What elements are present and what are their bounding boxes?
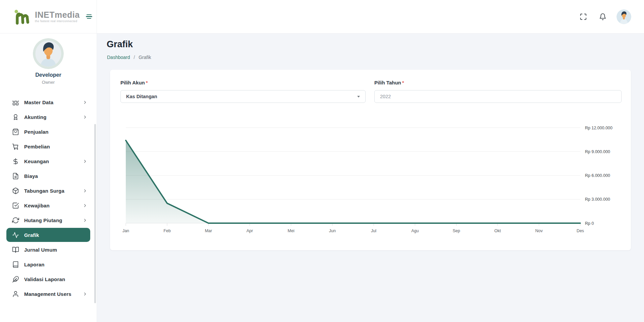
bell-icon <box>599 13 606 20</box>
sidebar-item-pembelian[interactable]: Pembelian <box>6 139 90 153</box>
sidebar-item-validasi-laporan[interactable]: Validasi Laporan <box>6 272 90 286</box>
sidebar-item-label: Penjualan <box>24 129 88 135</box>
chart-area <box>126 140 580 223</box>
brand-tagline: the fastest real interconnected <box>35 20 80 23</box>
chart-x-tick-label: Nov <box>535 229 543 233</box>
chart-x-tick-label: Jan <box>122 229 129 233</box>
main-content: Grafik Dashboard / Grafik Pilih Akun* Ka… <box>97 34 644 322</box>
refresh-icon <box>12 217 19 224</box>
sidebar-item-label: Tabungan Surga <box>24 188 83 194</box>
brand-name: INETmedia <box>35 11 80 19</box>
sidebar-toggle-menu-icon[interactable] <box>86 14 92 19</box>
activity-icon <box>12 232 19 239</box>
chevron-right-icon <box>83 188 88 193</box>
chart-y-tick-label: Rp 0 <box>585 221 594 226</box>
chart-x-tick-label: Jul <box>371 229 376 233</box>
sidebar-item-label: Jurnal Umum <box>24 247 88 253</box>
sidebar-item-label: Laporan <box>24 262 88 267</box>
year-field-label: Pilih Tahun* <box>374 80 622 85</box>
sidebar-item-management-users[interactable]: Management Users <box>6 287 90 301</box>
topbar <box>97 0 644 34</box>
chart-x-tick-label: Okt <box>494 229 501 233</box>
sidebar-item-hutang-piutang[interactable]: Hutang Piutang <box>6 213 90 227</box>
sidebar-item-label: Management Users <box>24 291 83 297</box>
app-root: INETmedia the fastest real interconnecte… <box>0 0 644 322</box>
package-icon <box>12 187 19 194</box>
sidebar-menu: Master DataAkuntingPenjualanPembelianKeu… <box>0 101 97 322</box>
sidebar-profile: Developer Owner <box>0 34 97 101</box>
sidebar: INETmedia the fastest real interconnecte… <box>0 0 97 322</box>
breadcrumb-dashboard-link[interactable]: Dashboard <box>107 55 130 60</box>
user-icon <box>12 291 19 298</box>
chart-x-tick-label: Jun <box>329 229 336 233</box>
sidebar-item-laporan[interactable]: Laporan <box>6 257 90 271</box>
account-select[interactable]: Kas Ditangan <box>120 90 366 103</box>
sidebar-item-label: Master Data <box>24 101 83 105</box>
sidebar-header: INETmedia the fastest real interconnecte… <box>0 0 97 34</box>
area-chart: Rp 0Rp 3.000.000Rp 6.000.000Rp 9.000.000… <box>110 117 631 245</box>
chart-line <box>126 140 580 223</box>
chevron-right-icon <box>83 115 88 120</box>
fullscreen-button[interactable] <box>578 11 589 22</box>
chevron-right-icon <box>83 159 88 164</box>
chevron-right-icon <box>83 101 88 105</box>
chart-x-tick-label: Agu <box>411 229 419 233</box>
profile-name: Developer <box>0 72 97 78</box>
sidebar-item-label: Hutang Piutang <box>24 217 83 223</box>
profile-role: Owner <box>0 80 97 85</box>
book-open-icon <box>12 246 19 253</box>
sidebar-item-biaya[interactable]: Biaya <box>6 169 90 183</box>
feather-icon <box>12 276 19 283</box>
chart-x-tick-label: Apr <box>247 229 253 233</box>
chart-y-tick-label: Rp 6.000.000 <box>585 173 610 178</box>
chart-x-tick-label: Mei <box>288 229 294 233</box>
breadcrumb-current: Grafik <box>139 55 151 60</box>
shopping-cart-icon <box>12 143 19 150</box>
year-input[interactable] <box>374 90 622 103</box>
dollar-icon <box>12 158 19 165</box>
account-label-text: Pilih Akun <box>120 80 145 85</box>
sidebar-item-label: Validasi Laporan <box>24 276 88 282</box>
file-text-icon <box>12 173 19 180</box>
sidebar-item-label: Grafik <box>24 232 88 238</box>
sidebar-scrollbar[interactable] <box>94 124 96 303</box>
breadcrumb: Dashboard / Grafik <box>107 55 151 60</box>
account-select-value: Kas Ditangan <box>126 94 157 99</box>
sidebar-item-penjualan[interactable]: Penjualan <box>6 125 90 139</box>
shopping-bag-icon <box>12 128 19 135</box>
notifications-button[interactable] <box>597 11 608 22</box>
required-asterisk: * <box>146 80 148 85</box>
sidebar-item-label: Biaya <box>24 173 88 179</box>
chevron-right-icon <box>83 218 88 223</box>
chart-card: Pilih Akun* Kas Ditangan Pilih Tahun* Rp… <box>110 70 631 250</box>
chevron-right-icon <box>83 292 88 297</box>
sidebar-item-kewajiban[interactable]: Kewajiban <box>6 198 90 212</box>
chevron-down-icon <box>357 96 360 98</box>
chart-x-tick-label: Des <box>577 229 584 233</box>
check-square-icon <box>12 202 19 209</box>
brand-logo-icon <box>13 9 32 25</box>
breadcrumb-separator: / <box>133 55 135 60</box>
brand-logo-text: INETmedia the fastest real interconnecte… <box>35 11 80 23</box>
sidebar-item-tabungan-surga[interactable]: Tabungan Surga <box>6 184 90 198</box>
required-asterisk: * <box>402 80 404 85</box>
chevron-right-icon <box>83 203 88 208</box>
sidebar-item-master-data[interactable]: Master Data <box>6 101 90 109</box>
profile-avatar <box>33 38 64 69</box>
chart-x-tick-label: Feb <box>163 229 171 233</box>
sidebar-item-akunting[interactable]: Akunting <box>6 110 90 124</box>
sidebar-item-label: Kewajiban <box>24 203 83 208</box>
chart-y-tick-label: Rp 3.000.000 <box>585 197 610 202</box>
account-field: Pilih Akun* Kas Ditangan <box>120 80 366 103</box>
page-title: Grafik <box>107 39 133 50</box>
chart-x-tick-label: Sep <box>452 229 460 233</box>
sidebar-item-grafik[interactable]: Grafik <box>6 228 90 242</box>
grid-icon <box>12 101 19 106</box>
sidebar-item-keuangan[interactable]: Keuangan <box>6 154 90 168</box>
chart-y-tick-label: Rp 9.000.000 <box>585 149 610 154</box>
award-icon <box>12 114 19 121</box>
book-icon <box>12 261 19 268</box>
sidebar-item-label: Keuangan <box>24 158 83 164</box>
user-avatar[interactable] <box>616 9 631 24</box>
sidebar-item-jurnal-umum[interactable]: Jurnal Umum <box>6 243 90 257</box>
